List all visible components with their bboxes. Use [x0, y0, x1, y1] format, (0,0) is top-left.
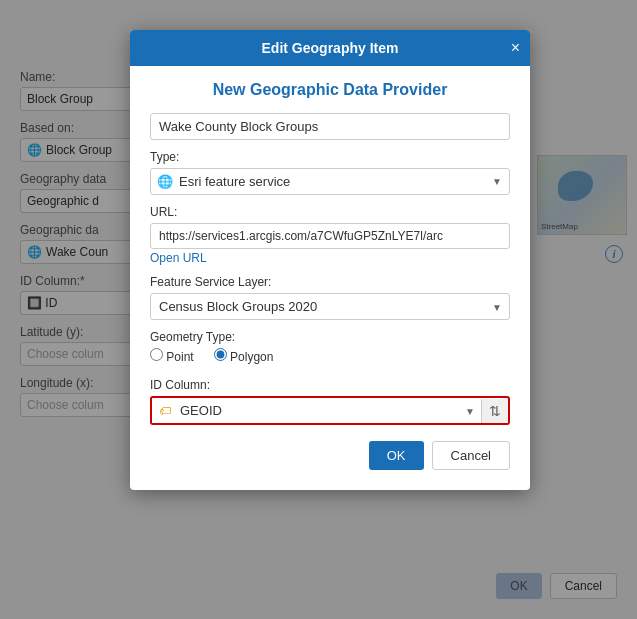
modal-cancel-button[interactable]: Cancel	[432, 441, 510, 470]
url-input[interactable]	[150, 223, 510, 249]
polygon-radio-option[interactable]: Polygon	[214, 348, 274, 364]
point-label: Point	[166, 350, 193, 364]
polygon-radio[interactable]	[214, 348, 227, 361]
point-radio[interactable]	[150, 348, 163, 361]
geometry-type-form-group: Geometry Type: Point Polygon	[150, 330, 510, 368]
id-column-select[interactable]: GEOID	[152, 398, 481, 423]
feature-layer-select[interactable]: Census Block Groups 2020	[150, 293, 510, 320]
type-select[interactable]: Esri feature service	[150, 168, 510, 195]
url-form-group: URL: Open URL	[150, 205, 510, 265]
modal-footer: OK Cancel	[150, 441, 510, 470]
name-input[interactable]	[150, 113, 510, 140]
id-column-sort-button[interactable]: ⇅	[481, 399, 508, 423]
id-column-form-group: ID Column: 🏷 GEOID ▼ ⇅	[150, 378, 510, 425]
modal-titlebar: Edit Geography Item ×	[130, 30, 530, 66]
type-label: Type:	[150, 150, 510, 164]
modal-close-button[interactable]: ×	[511, 40, 520, 56]
type-form-group: Type: 🌐 Esri feature service ▼	[150, 150, 510, 195]
id-column-wrapper: 🏷 GEOID ▼ ⇅	[150, 396, 510, 425]
name-form-group	[150, 113, 510, 140]
point-radio-option[interactable]: Point	[150, 348, 194, 364]
modal-dialog: Edit Geography Item × New Geographic Dat…	[130, 30, 530, 490]
url-input-wrapper	[150, 223, 510, 249]
sort-icon: ⇅	[489, 403, 501, 419]
geometry-type-label: Geometry Type:	[150, 330, 510, 344]
feature-layer-form-group: Feature Service Layer: Census Block Grou…	[150, 275, 510, 320]
url-label: URL:	[150, 205, 510, 219]
feature-layer-select-wrapper: Census Block Groups 2020 ▼	[150, 293, 510, 320]
modal-subtitle: New Geographic Data Provider	[150, 81, 510, 99]
type-select-wrapper: 🌐 Esri feature service ▼	[150, 168, 510, 195]
polygon-label: Polygon	[230, 350, 273, 364]
geometry-radio-group: Point Polygon	[150, 348, 510, 368]
id-column-label: ID Column:	[150, 378, 510, 392]
open-url-link[interactable]: Open URL	[150, 251, 207, 265]
modal-body: New Geographic Data Provider Type: 🌐 Esr…	[130, 66, 530, 490]
modal-ok-button[interactable]: OK	[369, 441, 424, 470]
feature-layer-label: Feature Service Layer:	[150, 275, 510, 289]
modal-title: Edit Geography Item	[262, 40, 399, 56]
id-column-select-wrapper: 🏷 GEOID ▼	[152, 398, 481, 423]
